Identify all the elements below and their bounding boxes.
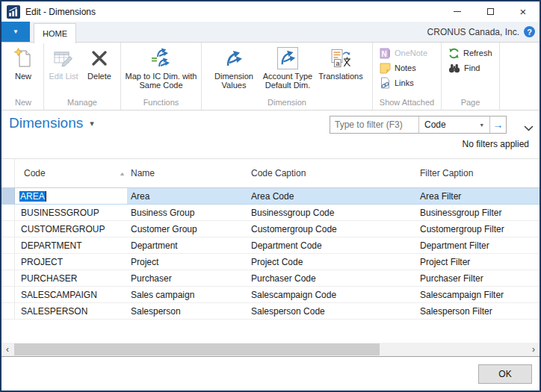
ribbon-group-manage: Edit List Delete Manage [44,43,121,110]
refresh-button[interactable]: Refresh [448,46,492,60]
cell-name[interactable]: Department [127,237,248,253]
window-title: Edit - Dimensions [25,7,96,17]
table-row[interactable]: PROJECT Project Project Code Project Fil… [1,254,540,270]
cell-code[interactable]: PURCHASER [15,270,127,286]
chevron-down-icon [524,125,534,131]
page-title: Dimensions [9,115,83,131]
cell-code-caption[interactable]: Project Code [248,254,415,270]
links-button[interactable]: Links [380,75,427,90]
cell-name[interactable]: Sales campaign [127,287,248,302]
menu-caret-icon: ▼ [13,29,19,35]
row-selector[interactable] [1,221,15,237]
table-row[interactable]: SALESPERSON Salesperson Salesperson Code… [1,303,540,320]
cell-name[interactable]: Project [127,254,248,270]
onenote-icon: N [380,48,391,59]
map-to-ic-dim-button[interactable]: Map to IC Dim. with Same Code [125,43,198,90]
cell-code-caption[interactable]: Department Code [248,237,415,253]
cell-filter-caption[interactable]: Project Filter [415,254,540,270]
row-selector[interactable] [1,254,15,270]
row-selector[interactable] [1,270,15,286]
filter-input[interactable] [330,117,418,132]
cell-code[interactable]: PROJECT [15,254,127,270]
table-row[interactable]: CUSTOMERGROUP Customer Group Customergro… [1,221,540,237]
cell-code-caption[interactable]: Salesperson Code [248,303,415,319]
page-title-menu[interactable]: Dimensions ▾ [9,115,94,131]
cell-code[interactable]: CUSTOMERGROUP [15,221,127,237]
expand-filter-pane-button[interactable] [524,121,534,134]
row-selector[interactable] [1,287,15,302]
cell-code[interactable]: SALESPERSON [15,303,127,319]
notes-button[interactable]: Notes [380,60,427,75]
cell-code[interactable]: AREA [15,188,127,204]
apply-filter-button[interactable]: → [490,119,506,131]
cell-code-caption[interactable]: Area Code [248,188,415,204]
cell-code-caption[interactable]: Businessgroup Code [248,205,415,220]
ok-button[interactable]: OK [478,364,532,384]
ribbon-group-new: New New [3,43,44,110]
row-selector[interactable] [1,188,15,204]
row-selector[interactable] [1,205,15,220]
cell-filter-caption[interactable]: Purchaser Filter [415,270,540,286]
table-row[interactable]: AREA Area Area Code Area Filter [1,188,540,205]
group-label-functions: Functions [122,98,200,110]
cell-filter-caption[interactable]: Department Filter [415,237,540,253]
filter-box: Code ▼ → [330,116,507,134]
edit-list-button[interactable]: Edit List [46,43,81,90]
column-header-filter-caption[interactable]: Filter Caption [415,159,540,187]
translations-button[interactable]: a Translations [317,43,365,90]
scroll-left-button[interactable]: ‹ [1,343,13,356]
cell-name[interactable]: Customer Group [127,221,248,237]
cell-code[interactable]: BUSINESSGROUP [15,205,127,220]
minimize-button[interactable] [441,1,474,22]
table-row[interactable]: SALESCAMPAIGN Sales campaign Salescampai… [1,287,540,303]
new-button[interactable]: New [5,43,41,90]
filter-field-selector[interactable]: Code ▼ [419,119,489,130]
cell-filter-caption[interactable]: Salescampaign Filter [415,287,540,302]
scroll-right-button[interactable]: › [528,343,540,356]
go-arrow-icon: → [493,119,504,131]
column-header-name[interactable]: Name [127,159,248,187]
cell-filter-caption[interactable]: Customergroup Filter [415,221,540,237]
scrollbar-thumb[interactable] [14,343,380,355]
cell-filter-caption[interactable]: Businessgroup Filter [415,205,540,220]
column-header-code-caption[interactable]: Code Caption [248,159,415,187]
maximize-button[interactable] [474,1,507,22]
window-controls: × [441,1,540,22]
cell-code[interactable]: SALESCAMPAIGN [15,287,127,302]
column-header-code[interactable]: Code ▲ [15,159,127,187]
cell-code-caption[interactable]: Customergroup Code [248,221,415,237]
row-selector[interactable] [1,237,15,253]
dimension-values-button[interactable]: Dimension Values [209,43,259,90]
edit-list-icon [53,45,74,72]
links-icon [380,77,391,89]
onenote-button[interactable]: N OneNote [380,46,427,60]
cell-name[interactable]: Business Group [127,205,248,220]
find-button[interactable]: Find [448,60,492,75]
application-menu-button[interactable]: ▼ [1,22,30,42]
table-row[interactable]: PURCHASER Purchaser Purchaser Code Purch… [1,270,540,287]
cell-name[interactable]: Area [127,188,248,204]
table-row[interactable]: BUSINESSGROUP Business Group Businessgro… [1,205,540,221]
cell-filter-caption[interactable]: Area Filter [415,188,540,204]
ribbon-group-dimension: Dimension Values Account Type Default [202,43,373,110]
maximize-icon [487,8,494,15]
page-header: Dimensions ▾ Code ▼ → No filters applied [1,111,540,158]
help-icon[interactable]: ? [524,26,535,37]
table-row[interactable]: DEPARTMENT Department Department Code De… [1,237,540,254]
cell-name[interactable]: Salesperson [127,303,248,319]
cell-code-caption[interactable]: Purchaser Code [248,270,415,286]
horizontal-scrollbar[interactable]: ‹ › [1,343,540,356]
notes-icon [380,63,391,74]
tab-home[interactable]: HOME [34,23,76,43]
row-selector[interactable] [1,303,15,319]
tab-row: ▼ HOME CRONUS Canada, Inc. ? [1,22,540,43]
filter-field-value: Code [424,119,446,130]
account-type-default-dim-button[interactable]: Account Type Default Dim. [259,43,317,90]
close-button[interactable]: × [507,1,540,22]
cell-code-caption[interactable]: Salescampaign Code [248,287,415,302]
cell-code[interactable]: DEPARTMENT [15,237,127,253]
cell-filter-caption[interactable]: Salesperson Filter [415,303,540,319]
table-header: Code ▲ Name Code Caption Filter Caption [1,158,540,188]
delete-button[interactable]: Delete [81,43,118,90]
cell-name[interactable]: Purchaser [127,270,248,286]
